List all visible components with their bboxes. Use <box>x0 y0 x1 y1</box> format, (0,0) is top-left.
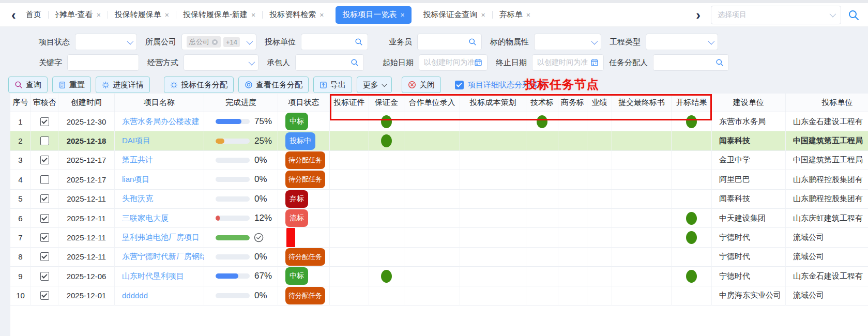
tab-弃标单[interactable]: 弃标单× <box>493 4 537 26</box>
filter-search-input[interactable] <box>301 34 368 50</box>
button-重置[interactable]: 重置 <box>52 77 91 93</box>
filter-text-input[interactable] <box>67 54 139 71</box>
column-header-审核否: 审核否 <box>31 94 58 112</box>
audit-checkbox[interactable] <box>40 233 49 242</box>
button-查询[interactable]: 查询 <box>8 77 48 93</box>
button-更多[interactable]: 更多 <box>357 77 392 93</box>
table-row-9[interactable]: 92025-12-06山东时代垦利项目67%中标宁德时代山东金石建设工程有 <box>10 267 868 286</box>
filter-search-input[interactable] <box>653 54 729 71</box>
project-select[interactable]: 选择项目 <box>711 6 841 24</box>
audit-checkbox[interactable] <box>40 214 49 223</box>
table-row-10[interactable]: 102025-12-01dddddd0%待分配任务中房海东实业公司流域公司 <box>10 286 868 306</box>
tab-首页[interactable]: 首页 <box>19 4 48 26</box>
progress-track <box>216 254 250 259</box>
cell-task-技术标 <box>526 248 558 267</box>
project-link[interactable]: 第五共计 <box>122 155 153 165</box>
cell-seq: 10 <box>10 286 31 306</box>
project-link[interactable]: lian项目 <box>122 175 149 185</box>
filter-search-input[interactable] <box>295 54 364 71</box>
filter-multiselect[interactable]: 总公司+14 <box>181 34 256 50</box>
project-link[interactable]: 垦利弗迪电池厂房项目 <box>122 233 200 242</box>
filter-select[interactable] <box>534 34 601 50</box>
cell-task-合作单位录入 <box>404 267 460 286</box>
filter-select[interactable] <box>646 34 718 50</box>
tab-投保转履保单-新建[interactable]: 投保转履保单-新建× <box>176 4 262 26</box>
cell-task-保证金 <box>369 112 404 131</box>
audit-checkbox[interactable] <box>40 194 49 203</box>
cell-progress: 0% <box>204 248 278 267</box>
audit-checkbox[interactable] <box>40 175 49 184</box>
progress-percent: 0% <box>254 155 267 165</box>
cell-task-投标成本策划 <box>460 209 526 228</box>
chevron-down-icon <box>708 38 715 44</box>
tab-投标保证金查询[interactable]: 投标保证金查询× <box>417 4 492 26</box>
tab-投标资料检索[interactable]: 投标资料检索× <box>263 4 330 26</box>
column-header-完成进度: 完成进度 <box>204 94 278 112</box>
tab-投标项目一览表[interactable]: 投标项目一览表× <box>336 6 411 24</box>
filter-row-2: 关键字经营方式承包人起始日期以创建时间为准终止日期以创建时间为准任务分配人 <box>0 54 729 71</box>
cell-project-name: 东营宁德时代新厂房钢结构工 <box>115 248 204 267</box>
column-header-开标结果: 开标结果 <box>672 94 712 112</box>
cell-created: 2025-12-30 <box>58 112 115 131</box>
button-投标任务分配[interactable]: 投标任务分配 <box>164 77 234 93</box>
tab-close-icon[interactable]: × <box>400 11 404 19</box>
project-link[interactable]: 头孢沃克 <box>122 194 153 204</box>
progress-percent: 25% <box>254 136 272 146</box>
tabs-back-chevron-icon[interactable]: ‹ <box>8 8 19 22</box>
tab-close-icon[interactable]: × <box>251 11 255 19</box>
button-label: 更多 <box>363 80 378 90</box>
tabs-forward-chevron-icon[interactable]: › <box>693 8 704 22</box>
cell-status: 流标 <box>278 209 330 228</box>
filter-search-input[interactable] <box>417 34 482 50</box>
tab-close-icon[interactable]: × <box>526 11 530 19</box>
progress-percent: 0% <box>254 194 267 204</box>
table-row-4[interactable]: 42025-12-17lian项目0%待分配任务阿里巴巴山东鹏程控股集团有 <box>10 170 868 189</box>
filter-select[interactable] <box>75 34 137 50</box>
table-row-6[interactable]: 62025-12-11三联家电大厦12%流标中天建设集团山东庆虹建筑工程有 <box>10 209 868 228</box>
button-导出[interactable]: 导出 <box>313 77 352 93</box>
table-row-5[interactable]: 52025-12-11头孢沃克0%弃标闻泰科技山东鹏程控股集团有 <box>10 190 868 209</box>
tab-close-icon[interactable]: × <box>97 11 101 19</box>
table-row-2[interactable]: 22025-12-18DAI项目25%投标中闻泰科技中国建筑第五工程局 <box>10 131 868 150</box>
filter-date-input[interactable]: 以创建时间为准 <box>419 54 488 71</box>
button-进度详情[interactable]: 进度详情 <box>96 77 150 93</box>
cell-task-合作单位录入 <box>404 151 460 170</box>
audit-checkbox[interactable] <box>40 272 49 281</box>
project-link[interactable]: 三联家电大厦 <box>122 213 169 223</box>
project-link[interactable]: 山东时代垦利项目 <box>122 271 184 281</box>
detail-state-checkbox[interactable] <box>455 81 464 89</box>
global-search-icon[interactable] <box>847 9 860 21</box>
filter-select[interactable] <box>184 54 258 71</box>
table-row-1[interactable]: 12025-12-30东营水务局办公楼改建75%中标东营市水务局山东金石建设工程… <box>10 112 868 131</box>
project-link[interactable]: DAI项目 <box>122 136 150 146</box>
cell-project-name: 三联家电大厦 <box>115 209 204 228</box>
calendar-icon <box>590 58 599 67</box>
project-link[interactable]: 东营水务局办公楼改建 <box>122 117 200 127</box>
tab-close-icon[interactable]: × <box>165 11 169 19</box>
cell-task-技术标 <box>526 267 558 286</box>
filter-label: 标的物属性 <box>490 37 529 47</box>
table-row-3[interactable]: 32025-12-17第五共计0%待分配任务金卫中学中国建筑第五工程局 <box>10 151 868 170</box>
audit-checkbox[interactable] <box>40 136 49 145</box>
more-count-tag: +14 <box>223 37 240 47</box>
tab-close-icon[interactable]: × <box>319 11 324 19</box>
tab-分摊单-查看[interactable]: 分摊单-查看× <box>49 4 108 26</box>
button-关闭[interactable]: 关闭 <box>402 77 441 93</box>
table-row-7[interactable]: 72025-12-11垦利弗迪电池厂房项目宁德时代流域公司 <box>10 228 868 247</box>
filter-label: 任务分配人 <box>609 58 648 68</box>
audit-checkbox[interactable] <box>40 156 49 164</box>
tab-投保转履保单[interactable]: 投保转履保单× <box>108 4 176 26</box>
button-查看任务分配[interactable]: 查看任务分配 <box>238 77 309 93</box>
status-badge: 流标 <box>285 209 308 227</box>
project-link[interactable]: 东营宁德时代新厂房钢结构工 <box>122 252 204 262</box>
project-select-placeholder: 选择项目 <box>718 10 830 20</box>
audit-checkbox[interactable] <box>40 252 49 261</box>
project-link[interactable]: dddddd <box>122 291 148 300</box>
tab-close-icon[interactable]: × <box>481 11 485 19</box>
filter-date-input[interactable]: 以创建时间为准 <box>532 54 604 71</box>
audit-checkbox[interactable] <box>40 291 49 300</box>
table-row-8[interactable]: 82025-12-11东营宁德时代新厂房钢结构工0%待分配任务宁德时代流域公司 <box>10 248 868 267</box>
audit-checkbox[interactable] <box>40 117 49 126</box>
cell-task-技术标 <box>526 286 558 306</box>
cell-task-开标结果 <box>672 151 712 170</box>
